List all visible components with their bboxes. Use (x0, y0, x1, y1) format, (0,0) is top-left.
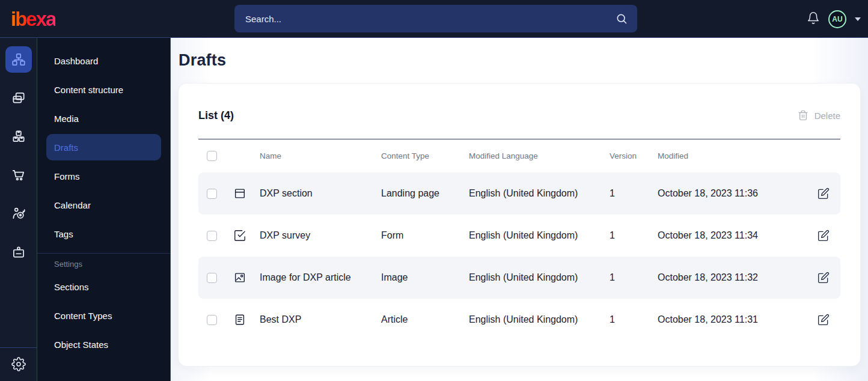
row-version: 1 (610, 272, 658, 283)
notifications-bell-icon[interactable] (807, 11, 820, 27)
row-name: DXP survey (260, 230, 381, 241)
sidebar-settings-label: Settings (37, 256, 170, 272)
sidebar-item-calendar[interactable]: Calendar (37, 190, 170, 219)
cart-icon (11, 167, 26, 183)
row-language: English (United Kingdom) (469, 272, 610, 283)
row-modified: October 18, 2023 11:36 (658, 188, 807, 199)
rail-item-products[interactable] (5, 123, 32, 150)
sidebar-item-dashboard[interactable]: Dashboard (37, 46, 170, 75)
edit-button[interactable] (818, 314, 830, 326)
drafts-list-card: List (4) Delete Name Content Type Modifi… (179, 84, 860, 366)
user-avatar[interactable]: AU (828, 10, 846, 28)
table-header-row: Name Content Type Modified Language Vers… (198, 139, 840, 172)
gear-icon[interactable] (11, 357, 26, 371)
landing-page-icon (233, 187, 260, 200)
delete-button[interactable]: Delete (798, 110, 840, 121)
sidebar-divider (37, 253, 170, 254)
header-modified-language: Modified Language (469, 151, 610, 160)
rail-item-marketing[interactable] (5, 200, 32, 227)
row-checkbox[interactable] (207, 273, 217, 283)
row-checkbox[interactable] (207, 189, 217, 199)
row-language: English (United Kingdom) (469, 230, 610, 241)
user-menu-chevron-down-icon[interactable] (855, 17, 861, 21)
list-header: List (4) Delete (198, 108, 840, 123)
row-name: Image for DXP article (260, 272, 381, 283)
topbar-right: AU (807, 0, 861, 38)
row-checkbox[interactable] (207, 231, 217, 241)
target-customer-icon (11, 206, 26, 221)
search-icon[interactable] (616, 13, 628, 25)
sidebar-item-tags[interactable]: Tags (37, 219, 170, 248)
edit-button[interactable] (818, 187, 830, 200)
row-content-type: Image (381, 272, 469, 283)
article-icon (233, 313, 260, 326)
select-all-checkbox[interactable] (207, 151, 217, 161)
row-name: Best DXP (260, 314, 381, 325)
global-search (234, 5, 637, 32)
search-input[interactable] (244, 13, 616, 25)
icon-rail (0, 38, 37, 381)
app-shell: Dashboard Content structure Media Drafts… (0, 38, 868, 381)
sidebar-item-media[interactable]: Media (37, 104, 170, 133)
row-version: 1 (610, 314, 658, 325)
row-content-type: Landing page (381, 188, 469, 199)
ibexa-logo[interactable]: ibexa (11, 9, 55, 29)
edit-icon (818, 187, 830, 200)
rail-item-corporate[interactable] (5, 239, 32, 265)
edit-icon (818, 314, 830, 326)
image-icon (233, 271, 260, 284)
row-modified: October 18, 2023 11:34 (658, 230, 807, 241)
row-name: DXP section (260, 188, 381, 199)
table-row: Best DXP Article English (United Kingdom… (198, 299, 840, 341)
table-row: DXP survey Form English (United Kingdom)… (198, 215, 840, 257)
header-version: Version (610, 151, 658, 160)
sidebar-item-forms[interactable]: Forms (37, 162, 170, 190)
rail-bottom (0, 347, 37, 381)
sidebar-item-sections[interactable]: Sections (37, 272, 170, 301)
header-name: Name (260, 151, 381, 160)
page-title: Drafts (179, 51, 868, 70)
row-checkbox[interactable] (207, 315, 217, 325)
sidebar-item-content-types[interactable]: Content Types (37, 301, 170, 330)
sitemap-icon (11, 52, 26, 67)
row-modified: October 18, 2023 11:32 (658, 272, 807, 283)
row-language: English (United Kingdom) (469, 314, 610, 325)
topbar: ibexa AU (0, 0, 868, 38)
row-modified: October 18, 2023 11:31 (658, 314, 807, 325)
main-content: Drafts List (4) Delete Name Conten (171, 38, 868, 381)
edit-button[interactable] (818, 272, 830, 284)
rail-item-content[interactable] (5, 46, 32, 73)
row-content-type: Article (381, 314, 469, 325)
sidebar-item-object-states[interactable]: Object States (37, 330, 170, 359)
form-icon (233, 229, 260, 242)
trash-icon (798, 110, 808, 121)
row-version: 1 (610, 188, 658, 199)
edit-button[interactable] (818, 230, 830, 242)
row-language: English (United Kingdom) (469, 188, 610, 199)
edit-icon (818, 272, 830, 284)
pages-icon (11, 90, 26, 106)
table-row: DXP section Landing page English (United… (198, 172, 840, 215)
row-content-type: Form (381, 230, 469, 241)
header-content-type: Content Type (381, 151, 469, 160)
table-row: Image for DXP article Image English (Uni… (198, 257, 840, 299)
sidebar-item-drafts[interactable]: Drafts (46, 134, 161, 160)
sidebar-menu: Dashboard Content structure Media Drafts… (37, 38, 171, 381)
packages-icon (11, 129, 26, 144)
rail-item-pages[interactable] (5, 85, 32, 111)
delete-button-label: Delete (815, 111, 840, 121)
header-modified: Modified (658, 151, 807, 160)
list-title: List (4) (198, 109, 234, 122)
sidebar-item-content-structure[interactable]: Content structure (37, 75, 170, 104)
badge-icon (11, 244, 26, 260)
edit-icon (818, 230, 830, 242)
rail-item-commerce[interactable] (5, 162, 32, 188)
row-version: 1 (610, 230, 658, 241)
